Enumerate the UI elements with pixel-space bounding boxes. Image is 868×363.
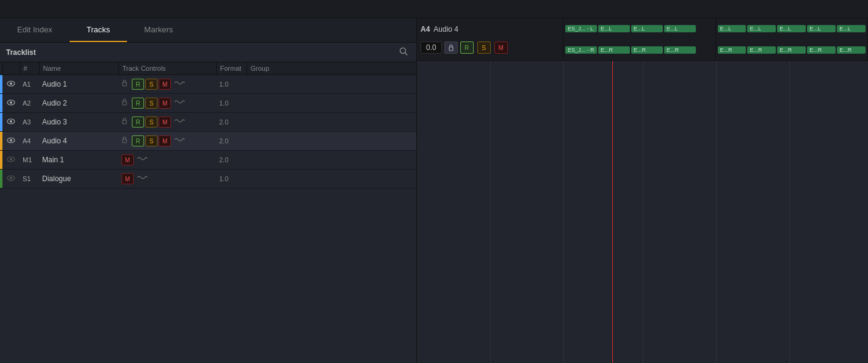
- visibility-cell[interactable]: [2, 132, 20, 151]
- solo-btn[interactable]: S: [145, 117, 157, 128]
- eye-icon[interactable]: [7, 137, 15, 145]
- visibility-cell[interactable]: [2, 151, 20, 170]
- mute-btn[interactable]: M: [159, 98, 171, 109]
- main-layout: Edit Index Tracks Markers Tracklist: [0, 18, 868, 363]
- active-track-controls: A4 Audio 4 0.0 R S M: [417, 18, 563, 60]
- mute-btn[interactable]: M: [121, 173, 134, 184]
- clip-tag[interactable]: E...R: [664, 46, 696, 54]
- svg-rect-13: [123, 139, 126, 143]
- mute-btn[interactable]: M: [121, 154, 134, 165]
- mute-btn-header[interactable]: M: [494, 41, 508, 54]
- eye-icon[interactable]: [7, 156, 15, 164]
- track-group: [247, 113, 416, 132]
- record-btn[interactable]: R: [132, 117, 144, 128]
- col-divider: [490, 61, 491, 363]
- lock-icon: [121, 99, 129, 107]
- table-row[interactable]: M1Main 1M 2.0: [0, 151, 416, 170]
- table-row[interactable]: A1Audio 1 RSM 1.0: [0, 75, 416, 94]
- track-id: A2: [20, 94, 39, 113]
- mute-btn[interactable]: M: [159, 135, 171, 146]
- timecode-display: 0.0: [421, 41, 442, 54]
- table-row[interactable]: A3Audio 3 RSM 2.0: [0, 113, 416, 132]
- col-number: #: [20, 62, 39, 75]
- clip-tag[interactable]: E...L: [718, 25, 747, 32]
- clip-tag[interactable]: E...L: [747, 25, 776, 32]
- track-name: Main 1: [39, 151, 118, 170]
- tab-tracks[interactable]: Tracks: [70, 18, 128, 42]
- eye-icon[interactable]: [7, 118, 15, 126]
- visibility-cell[interactable]: [2, 170, 20, 189]
- svg-rect-7: [123, 101, 126, 105]
- clip-tag[interactable]: ES_J... - L: [565, 25, 597, 32]
- tab-edit-index[interactable]: Edit Index: [0, 18, 70, 42]
- eye-icon[interactable]: [7, 174, 15, 183]
- playlist-btn[interactable]: [444, 41, 458, 54]
- solo-btn[interactable]: S: [145, 79, 157, 90]
- mute-btn[interactable]: M: [159, 117, 171, 128]
- clip-tag[interactable]: E...R: [777, 46, 806, 54]
- record-btn-header[interactable]: R: [460, 41, 474, 54]
- svg-rect-18: [449, 47, 453, 51]
- track-table: # Name Track Controls Format Group A1Aud…: [0, 62, 416, 189]
- svg-point-3: [10, 82, 12, 85]
- solo-btn-header[interactable]: S: [477, 41, 491, 54]
- track-name: Dialogue: [39, 170, 118, 189]
- clip-tag[interactable]: E...L: [807, 25, 836, 32]
- clip-tag[interactable]: E...R: [718, 46, 747, 54]
- col-group: Group: [247, 62, 416, 75]
- visibility-cell[interactable]: [2, 113, 20, 132]
- track-controls-cell: M: [118, 170, 216, 189]
- clip-row-bottom-r: E...R E...R E...R E...R E...R: [716, 40, 868, 61]
- tracklist-title: Tracklist: [6, 48, 36, 57]
- mute-btn[interactable]: M: [159, 79, 171, 90]
- track-id: A4: [20, 132, 39, 151]
- col-format: Format: [216, 62, 247, 75]
- clip-tag[interactable]: E...R: [837, 46, 866, 54]
- track-id: A3: [20, 113, 39, 132]
- solo-btn[interactable]: S: [145, 98, 157, 109]
- clip-tag[interactable]: E...L: [837, 25, 866, 32]
- solo-btn[interactable]: S: [145, 135, 157, 146]
- playhead: [612, 61, 613, 363]
- table-row[interactable]: A2Audio 2 RSM 1.0: [0, 94, 416, 113]
- routing-icon: [135, 174, 148, 183]
- clip-tag[interactable]: E...R: [631, 46, 663, 54]
- search-button[interactable]: [397, 46, 410, 59]
- eye-icon[interactable]: [7, 80, 15, 88]
- clip-row-top-r: E...L E...L E...L E...L E...L: [716, 18, 868, 40]
- record-btn[interactable]: R: [132, 79, 144, 90]
- clip-tag[interactable]: E...R: [598, 46, 630, 54]
- eye-icon[interactable]: [7, 99, 15, 107]
- track-group: [247, 94, 416, 113]
- track-controls-cell: RSM: [118, 132, 216, 151]
- clip-tag[interactable]: ES_J... - R: [565, 46, 597, 54]
- track-format: 1.0: [216, 94, 247, 113]
- routing-icon: [172, 80, 185, 88]
- track-group: [247, 151, 416, 170]
- clip-tag[interactable]: E...L: [664, 25, 696, 32]
- visibility-cell[interactable]: [2, 94, 20, 113]
- col-divider: [643, 61, 643, 363]
- clip-tag[interactable]: E...L: [777, 25, 806, 32]
- clip-tag[interactable]: E...R: [747, 46, 776, 54]
- top-bar: [0, 0, 868, 18]
- table-row[interactable]: S1DialogueM 1.0: [0, 170, 416, 189]
- left-panel: Edit Index Tracks Markers Tracklist: [0, 18, 417, 363]
- track-header-btns: 0.0 R S M: [421, 41, 559, 54]
- record-btn[interactable]: R: [132, 98, 144, 109]
- table-row[interactable]: A4Audio 4 RSM 2.0: [0, 132, 416, 151]
- visibility-cell[interactable]: [2, 75, 20, 94]
- svg-point-6: [10, 101, 12, 104]
- track-id: S1: [20, 170, 39, 189]
- track-format: 2.0: [216, 151, 247, 170]
- clip-tag[interactable]: E...L: [631, 25, 663, 32]
- clip-tag[interactable]: E...R: [807, 46, 836, 54]
- track-header-top: A4 Audio 4: [421, 25, 559, 34]
- svg-rect-10: [123, 120, 126, 124]
- lock-icon: [121, 81, 129, 88]
- svg-line-1: [405, 53, 408, 56]
- track-format: 2.0: [216, 113, 247, 132]
- record-btn[interactable]: R: [132, 135, 144, 146]
- clip-tag[interactable]: E...L: [598, 25, 630, 32]
- tab-markers[interactable]: Markers: [127, 18, 190, 42]
